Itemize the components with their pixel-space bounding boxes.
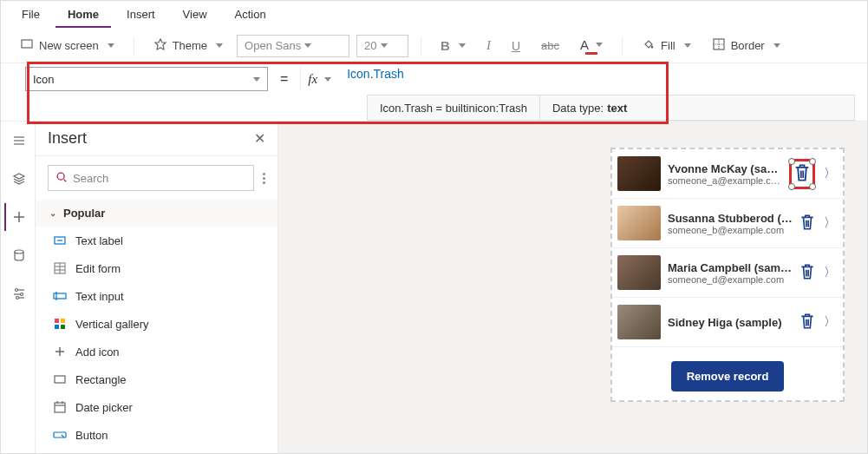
border-button[interactable]: Border — [705, 34, 787, 57]
font-family-select[interactable]: Open Sans — [237, 35, 349, 57]
insert-panel: Insert ✕ Search ⌄ Popular Text l — [36, 122, 278, 453]
separator — [421, 36, 421, 56]
item-label: Add icon — [75, 345, 120, 359]
remove-button-row: Remove record — [612, 347, 843, 400]
bold-button[interactable]: B — [434, 35, 473, 56]
resize-handle[interactable] — [788, 158, 795, 165]
property-value: Icon — [33, 73, 55, 86]
rail-insert-button[interactable] — [4, 203, 32, 231]
insert-group-header[interactable]: ⌄ Popular — [36, 200, 277, 227]
insert-search-row: Search — [36, 156, 277, 200]
group-label: Popular — [63, 207, 105, 220]
close-icon[interactable]: ✕ — [254, 130, 265, 147]
chevron-down-icon — [216, 43, 223, 48]
text-color-button[interactable]: A — [573, 34, 610, 58]
insert-item-button[interactable]: Button — [36, 421, 277, 449]
text-label-icon — [53, 234, 67, 247]
rail-settings-button[interactable] — [4, 280, 32, 307]
chevron-down-icon — [324, 77, 331, 82]
svg-rect-31 — [55, 376, 65, 383]
insert-panel-header: Insert ✕ — [36, 122, 277, 156]
chevron-down-icon — [108, 43, 114, 48]
underline-button[interactable]: U — [505, 36, 527, 56]
chevron-down-icon — [684, 43, 691, 48]
theme-button[interactable]: Theme — [147, 34, 230, 57]
gallery-item[interactable]: Maria Campbell (sample) someone_d@exampl… — [612, 248, 843, 298]
insert-item-add-icon[interactable]: Add icon — [36, 338, 277, 365]
border-label: Border — [731, 39, 765, 52]
insert-item-rectangle[interactable]: Rectangle — [36, 365, 277, 393]
chevron-right-icon[interactable]: 〉 — [822, 166, 838, 181]
gallery-control[interactable]: Yvonne McKay (sample) someone_a@example.… — [610, 148, 845, 402]
menu-tab-view[interactable]: View — [171, 3, 219, 28]
theme-icon — [153, 37, 167, 54]
italic-button[interactable]: I — [480, 35, 498, 56]
rail-layers-button[interactable] — [4, 165, 32, 193]
menu-tab-file[interactable]: File — [10, 3, 52, 28]
menu-tab-action[interactable]: Action — [223, 3, 278, 28]
resize-handle[interactable] — [809, 183, 816, 190]
equals-sign: = — [277, 71, 291, 87]
item-label: Button — [75, 429, 108, 442]
gallery-item[interactable]: Sidney Higa (sample) 〉 — [612, 298, 843, 347]
strikethrough-button[interactable]: abc — [534, 36, 566, 56]
insert-items-list: Text label Edit form Text input Vertical… — [36, 227, 277, 453]
insert-item-text-label[interactable]: Text label — [36, 227, 277, 254]
main-area: Insert ✕ Search ⌄ Popular Text l — [1, 121, 867, 453]
rail-data-button[interactable] — [4, 241, 32, 269]
design-canvas[interactable]: Yvonne McKay (sample) someone_a@example.… — [278, 122, 867, 453]
chevron-down-icon — [596, 43, 603, 47]
remove-record-button[interactable]: Remove record — [671, 361, 785, 391]
item-label: Text input — [75, 290, 124, 303]
menu-tab-insert[interactable]: Insert — [114, 3, 167, 28]
search-input[interactable]: Search — [48, 165, 254, 191]
avatar — [617, 255, 661, 290]
add-icon — [53, 345, 67, 359]
more-options-button[interactable] — [263, 173, 265, 184]
app-root: File Home Insert View Action New screen … — [0, 0, 868, 454]
property-dropdown[interactable]: Icon — [25, 67, 268, 91]
item-label: Vertical gallery — [75, 318, 149, 331]
tooltip-datatype: Data type: text — [540, 95, 639, 120]
gallery-item[interactable]: Yvonne McKay (sample) someone_a@example.… — [612, 149, 843, 199]
menu-bar: File Home Insert View Action — [1, 1, 867, 29]
trash-icon[interactable] — [799, 214, 815, 234]
border-icon — [712, 37, 726, 54]
insert-item-edit-form[interactable]: Edit form — [36, 254, 277, 282]
chevron-down-icon — [381, 43, 388, 48]
rail-tree-button[interactable] — [4, 127, 32, 155]
theme-label: Theme — [173, 39, 207, 52]
trash-icon[interactable] — [799, 313, 815, 332]
formula-input[interactable]: Icon.Trash — [340, 67, 843, 91]
trash-icon[interactable] — [799, 263, 815, 283]
chevron-right-icon[interactable]: 〉 — [822, 265, 838, 280]
gallery-item-text: Maria Campbell (sample) someone_d@exampl… — [668, 261, 793, 285]
menu-tab-home[interactable]: Home — [55, 3, 111, 28]
gallery-item-text: Yvonne McKay (sample) someone_a@example.… — [668, 162, 782, 186]
contact-email: someone_d@example.com — [668, 274, 793, 285]
insert-item-vertical-gallery[interactable]: Vertical gallery — [36, 310, 277, 338]
svg-point-14 — [16, 297, 18, 299]
gallery-item[interactable]: Susanna Stubberod (sample) someone_b@exa… — [612, 199, 843, 248]
screen-icon — [20, 37, 34, 54]
chevron-right-icon[interactable]: 〉 — [822, 215, 838, 231]
chevron-right-icon[interactable]: 〉 — [822, 314, 838, 330]
insert-item-text-input[interactable]: Text input — [36, 282, 277, 310]
search-placeholder: Search — [73, 172, 108, 185]
resize-handle[interactable] — [809, 158, 816, 165]
resize-handle[interactable] — [788, 183, 795, 190]
svg-rect-27 — [55, 325, 59, 329]
search-icon — [55, 171, 68, 186]
item-label: Date picker — [75, 401, 133, 414]
tooltip-expression: Icon.Trash = builtinicon:Trash — [368, 95, 540, 120]
font-size-select[interactable]: 20 — [356, 35, 408, 57]
item-label: Text label — [75, 234, 123, 247]
trash-icon-selected[interactable] — [789, 159, 815, 189]
svg-point-9 — [15, 250, 23, 253]
fill-button[interactable]: Fill — [635, 34, 698, 57]
new-screen-button[interactable]: New screen — [13, 34, 121, 57]
fx-button[interactable]: fx — [300, 67, 331, 91]
insert-item-date-picker[interactable]: Date picker — [36, 393, 277, 421]
datatype-label: Data type: — [552, 102, 604, 115]
svg-rect-23 — [54, 293, 66, 299]
